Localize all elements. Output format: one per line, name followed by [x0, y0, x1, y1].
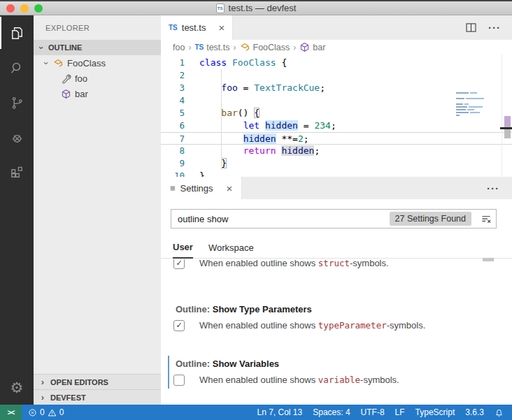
setting-code-token: struct [318, 259, 350, 268]
breadcrumb-label: FooClass [253, 43, 290, 52]
status-indentation[interactable]: Spaces: 4 [313, 407, 350, 417]
code-text: hidden **=2; [185, 133, 309, 144]
settings-content: 27 Settings Found UserWorkspace ✓When en… [161, 199, 512, 405]
breadcrumb-label: bar [313, 43, 325, 52]
close-tab-icon[interactable]: × [218, 22, 225, 34]
activity-bar: ⚙ [0, 15, 34, 405]
editor-scrollbar[interactable] [502, 55, 512, 177]
setting-checkbox[interactable]: ✓ [173, 259, 185, 269]
more-actions-icon[interactable]: ··· [487, 183, 499, 194]
code-line-7[interactable]: 7 hidden **=2; [161, 132, 512, 145]
window-title: test.ts — devfest [229, 3, 297, 13]
scope-tab-user[interactable]: User [173, 238, 193, 259]
code-editor[interactable]: 1class FooClass {23 foo = TextTrackCue;4… [161, 55, 512, 177]
remote-indicator[interactable]: >< [0, 405, 22, 420]
activity-item-search[interactable] [0, 50, 34, 85]
split-editor-icon[interactable] [466, 23, 476, 32]
settings-search-box: 27 Settings Found [171, 209, 497, 229]
breadcrumb-item-fooclass[interactable]: FooClass [240, 42, 290, 52]
settings-list-icon: ≡ [170, 183, 176, 194]
breadcrumb: foo›TStest.ts›FooClass›bar [161, 40, 512, 55]
titlebar: TS test.ts — devfest [0, 0, 512, 15]
status-ts-version[interactable]: 3.6.3 [465, 407, 484, 417]
symbol-wrench-icon [61, 73, 71, 84]
code-text [185, 94, 199, 107]
section-devfest[interactable]: ›DEVFEST [34, 389, 161, 405]
chevron-right-icon: › [188, 43, 191, 52]
activity-item-source-control[interactable] [0, 85, 34, 120]
setting-checkbox[interactable] [173, 375, 185, 386]
zoom-window-button[interactable] [34, 4, 43, 13]
setting-code-token: typeParameter [318, 320, 387, 331]
minimap-line [456, 95, 497, 96]
line-number: 2 [161, 69, 185, 82]
section-label: OPEN EDITORS [50, 378, 108, 386]
outline-section-header[interactable]: › OUTLINE [34, 40, 161, 55]
symbol-class-icon [240, 42, 250, 52]
code-line-2[interactable]: 2 [161, 69, 512, 82]
setting-description: When enabled outline shows typeParameter… [199, 319, 425, 331]
more-actions-icon[interactable]: ··· [488, 22, 501, 33]
explorer-icon [9, 25, 25, 41]
outline-item-foo[interactable]: foo [34, 71, 161, 86]
clear-filter-icon[interactable] [476, 214, 496, 224]
code-line-6[interactable]: 6 let hidden = 234; [161, 120, 512, 132]
chevron-right-icon: › [293, 43, 296, 52]
settings-search-input[interactable] [171, 214, 390, 224]
status-eol[interactable]: LF [395, 407, 405, 417]
bell-icon[interactable] [495, 408, 504, 417]
editor-actions: ··· [466, 15, 501, 40]
minimap[interactable] [456, 92, 497, 120]
gear-icon: ⚙ [10, 380, 24, 395]
setting-title: Outline: Show Type Parameters [176, 304, 312, 314]
outline-item-fooclass[interactable]: ›FooClass [34, 55, 161, 71]
chevron-right-icon: › [39, 377, 46, 386]
overview-cursor-marker [500, 127, 512, 129]
code-line-9[interactable]: 9 } [161, 157, 512, 170]
setting-checkbox[interactable]: ✓ [173, 320, 185, 331]
section-open-editors[interactable]: ›OPEN EDITORS [34, 374, 161, 389]
setting-name: Show Type Parameters [213, 304, 312, 314]
status-cursor-position[interactable]: Ln 7, Col 13 [257, 407, 302, 417]
warning-count: 0 [59, 407, 64, 417]
breadcrumb-item-test-ts[interactable]: TStest.ts [194, 43, 229, 52]
settings-scrollbar-thumb[interactable] [483, 258, 494, 261]
activity-item-explorer[interactable] [0, 15, 34, 50]
breadcrumb-label: foo [173, 43, 185, 52]
manage-button[interactable]: ⚙ [0, 370, 34, 405]
problems-status[interactable]: 00 [28, 407, 64, 417]
warning-icon [48, 408, 57, 417]
code-text: bar() { [185, 107, 259, 120]
chevron-down-icon: › [37, 44, 46, 51]
status-language-mode[interactable]: TypeScript [415, 407, 455, 417]
code-line-1[interactable]: 1class FooClass { [161, 57, 512, 69]
window-controls [6, 4, 43, 13]
status-encoding[interactable]: UTF-8 [361, 407, 385, 417]
activity-item-debug[interactable] [0, 120, 34, 155]
scope-tab-workspace[interactable]: Workspace [208, 238, 254, 258]
close-window-button[interactable] [6, 4, 15, 13]
chevron-right-icon: › [234, 43, 236, 52]
settings-tab-label: Settings [180, 183, 213, 194]
activity-item-extensions[interactable] [0, 155, 34, 190]
source-control-icon [9, 95, 25, 111]
breadcrumb-item-bar[interactable]: bar [299, 42, 325, 52]
symbol-cube-icon [61, 89, 71, 99]
code-line-8[interactable]: 8 return hidden; [161, 145, 512, 157]
close-settings-tab-icon[interactable]: × [227, 182, 233, 194]
debug-icon [9, 130, 25, 146]
line-number: 5 [161, 107, 185, 120]
overview-decoration [504, 116, 511, 126]
tab-test-ts[interactable]: TS test.ts × [161, 15, 233, 40]
tab-settings[interactable]: ≡ Settings × [161, 177, 242, 199]
code-line-10[interactable]: 10} [161, 170, 512, 177]
chevron-down-icon: › [42, 59, 51, 66]
minimap-line [456, 112, 497, 113]
minimize-window-button[interactable] [20, 4, 29, 13]
ts-file-icon: TS [216, 3, 225, 13]
section-label: DEVFEST [50, 393, 86, 402]
code-text: return hidden; [185, 145, 320, 157]
outline-item-bar[interactable]: bar [34, 86, 161, 101]
breadcrumb-item-foo[interactable]: foo [173, 43, 185, 52]
setting-category: Outline: [176, 304, 213, 314]
